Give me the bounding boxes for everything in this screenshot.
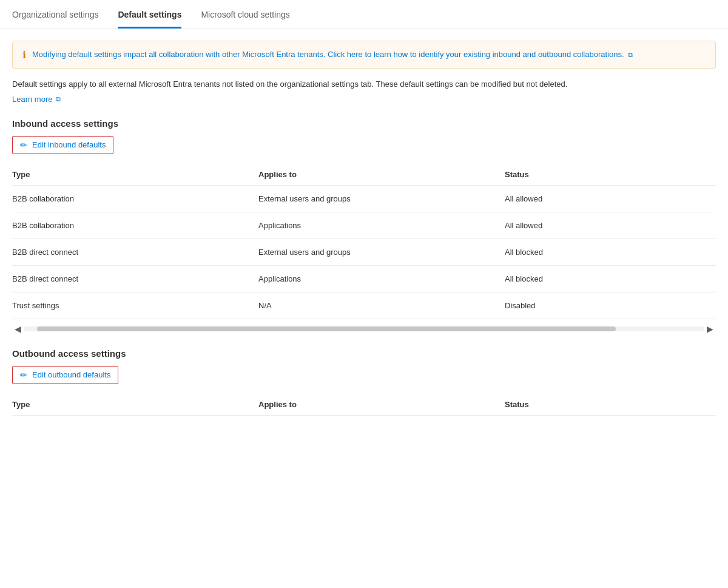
cell-status: All allowed — [505, 212, 716, 238]
learn-more-link[interactable]: Learn more ⧉ — [12, 95, 61, 104]
cell-type: B2B direct connect — [12, 265, 258, 292]
pencil-icon-outbound: ✏ — [20, 370, 27, 380]
outbound-col-type-header: Type — [12, 394, 258, 416]
scrollbar-track — [24, 326, 704, 331]
alert-text[interactable]: Modifying default settings impact all co… — [32, 49, 633, 61]
main-content: ℹ Modifying default settings impact all … — [0, 29, 728, 428]
table-row: B2B collaboration Applications All allow… — [12, 212, 716, 238]
cell-status: All allowed — [505, 185, 716, 212]
cell-applies-to: External users and groups — [258, 238, 505, 265]
inbound-section: Inbound access settings ✏ Edit inbound d… — [12, 118, 716, 334]
col-applies-to-header: Applies to — [258, 164, 505, 186]
pencil-icon-inbound: ✏ — [20, 140, 27, 150]
cell-status: All blocked — [505, 238, 716, 265]
outbound-col-status-header: Status — [505, 394, 716, 416]
inbound-heading: Inbound access settings — [12, 118, 716, 129]
info-icon: ℹ — [22, 49, 26, 61]
tabs-bar: Organizational settings Default settings… — [0, 0, 728, 29]
learn-more-label: Learn more — [12, 95, 52, 104]
description-text: Default settings apply to all external M… — [12, 78, 716, 90]
external-link-icon: ⧉ — [628, 51, 633, 58]
table-row: B2B direct connect External users and gr… — [12, 238, 716, 265]
table-row: B2B collaboration External users and gro… — [12, 185, 716, 212]
learn-more-external-icon: ⧉ — [56, 95, 61, 103]
scroll-left-arrow[interactable]: ◀ — [12, 324, 24, 334]
horizontal-scrollbar[interactable]: ◀ ▶ — [12, 324, 716, 334]
edit-outbound-label: Edit outbound defaults — [32, 370, 110, 379]
cell-status: Disabled — [505, 292, 716, 319]
cell-status: All blocked — [505, 265, 716, 292]
outbound-table: Type Applies to Status — [12, 394, 716, 416]
col-type-header: Type — [12, 164, 258, 186]
scroll-right-arrow[interactable]: ▶ — [704, 324, 716, 334]
outbound-table-wrapper: Type Applies to Status — [12, 394, 716, 416]
table-row: B2B direct connect Applications All bloc… — [12, 265, 716, 292]
tab-organizational-settings[interactable]: Organizational settings — [12, 0, 98, 29]
outbound-col-applies-to-header: Applies to — [258, 394, 505, 416]
tab-microsoft-cloud-settings[interactable]: Microsoft cloud settings — [201, 0, 289, 29]
tab-default-settings[interactable]: Default settings — [118, 0, 181, 29]
edit-outbound-button[interactable]: ✏ Edit outbound defaults — [12, 366, 118, 384]
outbound-table-header-row: Type Applies to Status — [12, 394, 716, 416]
cell-type: B2B collaboration — [12, 212, 258, 238]
inbound-table-header-row: Type Applies to Status — [12, 164, 716, 186]
table-row: Trust settings N/A Disabled — [12, 292, 716, 319]
cell-applies-to: Applications — [258, 265, 505, 292]
outbound-heading: Outbound access settings — [12, 348, 716, 359]
cell-applies-to: N/A — [258, 292, 505, 319]
alert-banner: ℹ Modifying default settings impact all … — [12, 41, 716, 69]
edit-inbound-button[interactable]: ✏ Edit inbound defaults — [12, 136, 113, 154]
cell-type: B2B direct connect — [12, 238, 258, 265]
cell-type: B2B collaboration — [12, 185, 258, 212]
cell-type: Trust settings — [12, 292, 258, 319]
alert-link[interactable]: Modifying default settings impact all co… — [32, 50, 624, 59]
scrollbar-thumb[interactable] — [37, 326, 616, 331]
col-status-header: Status — [505, 164, 716, 186]
inbound-table: Type Applies to Status B2B collaboration… — [12, 164, 716, 319]
outbound-section: Outbound access settings ✏ Edit outbound… — [12, 348, 716, 416]
inbound-table-wrapper: Type Applies to Status B2B collaboration… — [12, 164, 716, 319]
edit-inbound-label: Edit inbound defaults — [32, 140, 106, 149]
cell-applies-to: External users and groups — [258, 185, 505, 212]
cell-applies-to: Applications — [258, 212, 505, 238]
